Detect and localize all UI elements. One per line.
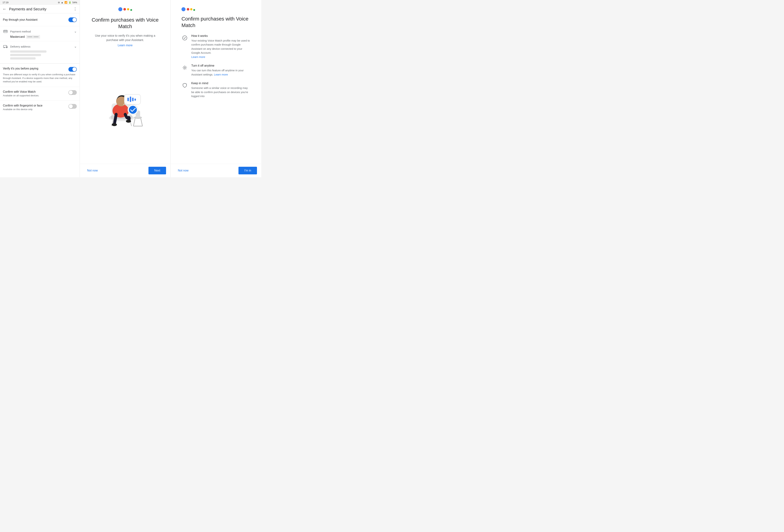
svg-point-27 <box>183 36 187 40</box>
how-it-works-text: How it works Your existing Voice Match p… <box>191 34 250 59</box>
how-it-works-heading: How it works <box>191 34 250 37</box>
how-it-works-learn-more[interactable]: Learn more <box>191 55 205 58</box>
dot-blue <box>118 7 122 11</box>
how-it-works-item: How it works Your existing Voice Match p… <box>181 34 250 59</box>
verify-desc: There are different ways to verify it's … <box>3 73 75 83</box>
keep-in-mind-heading: Keep in mind <box>191 82 250 85</box>
fingerprint-item: Confirm with fingerprint or face Availab… <box>0 101 80 114</box>
svg-rect-23 <box>132 97 134 101</box>
right-dialog-title: Confirm purchases with Voice Match <box>181 16 250 29</box>
address-block <box>10 51 77 59</box>
voice-match-sublabel: Available on all supported devices. <box>3 94 39 97</box>
turn-off-item: Turn it off anytime You can turn this fe… <box>181 64 250 77</box>
turn-off-learn-more[interactable]: Learn more <box>214 73 228 76</box>
svg-point-18 <box>126 120 131 123</box>
dialog-desc-1: Use your voice to verify it's you when m… <box>89 34 161 42</box>
svg-rect-22 <box>130 96 131 102</box>
google-assistant-logo <box>118 7 132 11</box>
card-name: Mastercard <box>10 35 25 38</box>
turn-off-desc: You can turn this feature off anytime in… <box>191 68 250 77</box>
svg-rect-2 <box>3 45 6 47</box>
pay-through-assistant-item: Pay through your Assistant <box>0 13 80 26</box>
dot-yellow <box>127 8 129 10</box>
dot-green-2 <box>193 9 195 11</box>
delivery-address-item: Delivery address ⌄ <box>0 41 80 63</box>
not-now-button-2[interactable]: Not now <box>175 167 192 174</box>
svg-point-26 <box>129 106 137 114</box>
svg-line-11 <box>141 118 142 126</box>
wifi-icon: ▲ <box>61 1 63 4</box>
middle-panel: Confirm purchases with Voice Match Use y… <box>80 0 171 177</box>
fingerprint-label: Confirm with fingerprint or face <box>3 104 43 107</box>
shield-icon <box>181 82 188 88</box>
pay-through-assistant-label: Pay through your Assistant <box>3 18 37 21</box>
payment-method-label: Payment method <box>10 30 31 33</box>
next-button[interactable]: Next <box>148 167 166 174</box>
learn-more-link-1[interactable]: Learn more <box>118 44 133 47</box>
status-bar: 17:19 ⊖ ▲ 📶 🔋 54% <box>0 0 80 5</box>
signal-icon: 📶 <box>64 1 67 4</box>
voice-match-dialog-2: Confirm purchases with Voice Match How i… <box>171 0 261 164</box>
pay-through-assistant-toggle[interactable] <box>68 18 77 22</box>
dot-red-2 <box>187 8 189 10</box>
right-dialog-footer: Not now I'm in <box>171 164 261 177</box>
svg-rect-1 <box>4 31 7 31</box>
chevron-down-icon: ⌄ <box>74 29 77 33</box>
delivery-address-label: Delivery address <box>10 45 30 48</box>
dot-red <box>123 8 126 10</box>
chevron-down-icon-delivery: ⌄ <box>74 45 77 49</box>
minus-icon: ⊖ <box>58 1 60 4</box>
voice-match-illustration <box>102 51 149 160</box>
battery-icon: 🔋 <box>68 1 71 4</box>
dot-green <box>130 9 132 11</box>
svg-rect-21 <box>128 97 129 101</box>
more-options-button[interactable]: ⋮ <box>73 7 77 11</box>
page-title: Payments and Security <box>9 7 73 11</box>
delivery-address-header[interactable]: Delivery address ⌄ <box>3 44 77 49</box>
payment-method-header-left: Payment method <box>3 29 31 34</box>
voice-match-item: Confirm with Voice Match Available on al… <box>0 87 80 101</box>
dot-blue-2 <box>181 7 186 11</box>
svg-point-17 <box>112 123 117 126</box>
verify-toggle[interactable] <box>68 67 77 72</box>
address-line-2 <box>10 54 41 56</box>
battery-level: 54% <box>73 1 77 4</box>
how-it-works-text-content: Your existing Voice Match profile may be… <box>191 39 250 54</box>
back-button[interactable]: ← <box>3 7 6 11</box>
top-bar: ← Payments and Security ⋮ <box>0 5 80 13</box>
how-it-works-desc: Your existing Voice Match profile may be… <box>191 39 250 59</box>
voice-match-labels: Confirm with Voice Match Available on al… <box>3 90 39 97</box>
google-assistant-logo-2 <box>181 7 250 11</box>
credit-card-icon <box>3 29 8 34</box>
im-in-button[interactable]: I'm in <box>239 167 257 174</box>
payment-method-item: Payment method ⌄ Mastercard •••• •••• <box>0 26 80 41</box>
status-icons: ⊖ ▲ 📶 🔋 54% <box>58 1 77 4</box>
truck-icon <box>3 44 8 49</box>
voice-match-toggle[interactable] <box>68 90 77 95</box>
address-line-1 <box>10 51 47 53</box>
address-line-3 <box>10 57 35 59</box>
payment-method-header[interactable]: Payment method ⌄ <box>3 29 77 34</box>
time: 17:19 <box>3 1 8 4</box>
check-circle-icon <box>181 35 188 41</box>
right-panel: Confirm purchases with Voice Match How i… <box>171 0 261 177</box>
verify-label: Verify it's you before paying <box>3 67 38 70</box>
keep-in-mind-text: Keep in mind Someone with a similar voic… <box>191 82 250 99</box>
fingerprint-toggle[interactable] <box>68 104 77 109</box>
voice-match-dialog-1: Confirm purchases with Voice Match Use y… <box>80 0 170 164</box>
settings-content: Pay through your Assistant Payment metho… <box>0 13 80 177</box>
voice-match-label: Confirm with Voice Match <box>3 90 39 93</box>
card-dots: •••• •••• <box>26 35 40 39</box>
middle-dialog-footer: Not now Next <box>80 164 170 177</box>
not-now-button-1[interactable]: Not now <box>84 167 101 174</box>
svg-rect-24 <box>135 99 136 101</box>
dialog-title-1: Confirm purchases with Voice Match <box>89 17 161 30</box>
verify-section: Verify it's you before paying There are … <box>0 63 80 87</box>
delivery-header-left: Delivery address <box>3 44 30 49</box>
keep-in-mind-item: Keep in mind Someone with a similar voic… <box>181 82 250 99</box>
fingerprint-labels: Confirm with fingerprint or face Availab… <box>3 104 43 111</box>
svg-point-28 <box>184 67 186 68</box>
turn-off-text: Turn it off anytime You can turn this fe… <box>191 64 250 77</box>
left-panel: 17:19 ⊖ ▲ 📶 🔋 54% ← Payments and Securit… <box>0 0 80 177</box>
svg-point-3 <box>4 47 4 48</box>
